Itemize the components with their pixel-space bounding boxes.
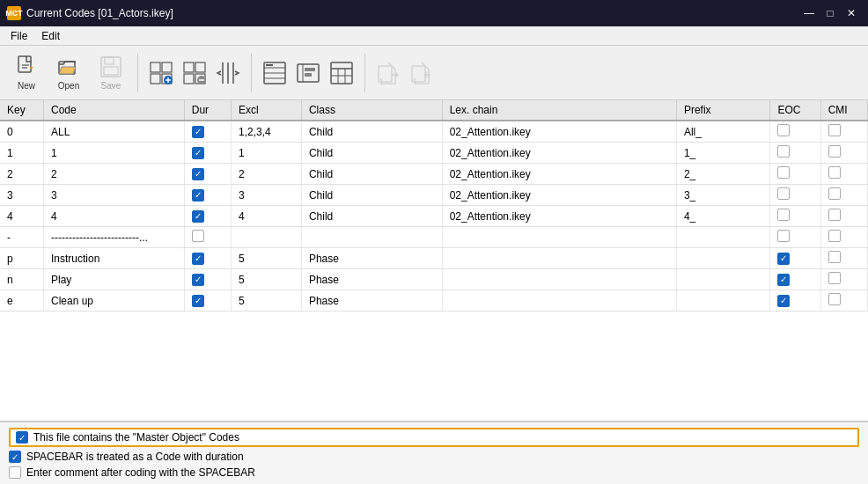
svg-rect-6 [105, 57, 114, 64]
save-button[interactable]: Save [92, 51, 130, 95]
new-label: New [18, 81, 35, 91]
table-button[interactable] [326, 51, 357, 95]
cmi-checkbox[interactable] [828, 187, 841, 200]
table-row: 1 1 ✓ 1 Child 02_Attention.ikey 1_ [0, 143, 868, 164]
grid-add-button[interactable] [145, 51, 177, 95]
cell-lex: 02_Attention.ikey [442, 121, 676, 143]
cell-code: 3 [44, 185, 185, 206]
cmi-checkbox[interactable] [828, 230, 841, 242]
cell-class: Phase [301, 269, 442, 290]
table-row: 2 2 ✓ 2 Child 02_Attention.ikey 2_ [0, 164, 868, 185]
dur-checkbox[interactable]: ✓ [192, 253, 204, 265]
svg-rect-16 [195, 62, 205, 72]
eoc-checkbox[interactable] [777, 187, 790, 200]
menu-edit[interactable]: Edit [34, 28, 67, 44]
master-object-checkbox[interactable]: ✓ [16, 431, 28, 444]
grid-remove-button[interactable] [179, 51, 210, 95]
eoc-checkbox[interactable] [777, 145, 790, 158]
cell-dur: ✓ [184, 164, 231, 185]
col-header-key: Key [0, 100, 44, 121]
cmi-checkbox[interactable] [828, 272, 841, 284]
minimize-button[interactable]: — [799, 4, 819, 23]
cell-prefix: All_ [676, 121, 770, 143]
grid-view-button[interactable] [259, 51, 291, 95]
cmi-checkbox[interactable] [828, 293, 841, 305]
enter-comment-label: Enter comment after coding with the SPAC… [26, 466, 255, 479]
col-header-lex: Lex. chain [442, 100, 676, 121]
export-icon [376, 61, 401, 85]
cell-code: 4 [44, 206, 185, 227]
svg-rect-10 [151, 74, 160, 84]
dur-checkbox[interactable]: ✓ [192, 126, 204, 138]
cell-prefix [676, 227, 770, 248]
menu-file[interactable]: File [4, 28, 34, 44]
maximize-button[interactable]: □ [820, 4, 840, 23]
new-button[interactable]: New [7, 51, 46, 95]
close-button[interactable]: ✕ [842, 4, 861, 23]
cmi-checkbox[interactable] [828, 145, 841, 158]
cell-code: Clean up [44, 290, 185, 312]
cell-eoc: ✓ [770, 269, 820, 290]
save-label: Save [101, 81, 121, 91]
cell-dur: ✓ [184, 248, 231, 269]
separator-3 [364, 54, 365, 92]
cell-eoc: ✓ [770, 290, 820, 312]
cell-class: Phase [301, 248, 442, 269]
cmi-checkbox[interactable] [828, 251, 841, 263]
footer-spacebar-code: ✓ SPACEBAR is treated as a Code with dur… [9, 451, 859, 463]
spacebar-code-checkbox[interactable]: ✓ [9, 451, 21, 463]
cell-lex: 02_Attention.ikey [442, 185, 676, 206]
cmi-checkbox[interactable] [828, 209, 841, 221]
dur-checkbox[interactable] [192, 230, 204, 242]
eoc-checkbox[interactable] [777, 209, 790, 221]
eoc-checkbox[interactable] [777, 124, 790, 136]
open-icon [56, 55, 81, 79]
open-label: Open [58, 81, 79, 91]
timeline-button[interactable] [292, 51, 324, 95]
title-bar: MCT Current Codes [01_Actors.ikey] — □ ✕ [0, 0, 868, 26]
dur-checkbox[interactable]: ✓ [192, 210, 204, 223]
dur-checkbox[interactable]: ✓ [192, 295, 204, 307]
cmi-checkbox[interactable] [828, 166, 841, 179]
import-button[interactable] [406, 51, 438, 95]
dur-checkbox[interactable]: ✓ [192, 168, 204, 180]
cell-cmi [820, 164, 867, 185]
cell-prefix [676, 269, 770, 290]
dur-checkbox[interactable]: ✓ [192, 147, 204, 159]
svg-rect-17 [184, 74, 194, 84]
column-tool-button[interactable] [212, 51, 244, 95]
cell-lex: 02_Attention.ikey [442, 164, 676, 185]
col-header-code: Code [44, 100, 185, 121]
dur-checkbox[interactable]: ✓ [192, 189, 204, 202]
dur-checkbox[interactable]: ✓ [192, 274, 204, 286]
eoc-checkbox[interactable] [777, 230, 790, 242]
cell-lex [442, 269, 676, 290]
cell-dur: ✓ [184, 143, 231, 164]
open-button[interactable]: Open [49, 51, 88, 95]
eoc-checkbox[interactable]: ✓ [777, 253, 790, 265]
cell-excl [232, 227, 302, 248]
eoc-checkbox[interactable]: ✓ [777, 295, 790, 307]
separator-1 [137, 54, 138, 92]
table-container[interactable]: Key Code Dur Excl Class Lex. chain Prefi… [0, 100, 868, 422]
cell-code: ALL [44, 121, 185, 143]
cell-class: Child [301, 185, 442, 206]
col-header-prefix: Prefix [676, 100, 770, 121]
enter-comment-checkbox[interactable] [9, 466, 21, 479]
cell-cmi [820, 269, 867, 290]
eoc-checkbox[interactable] [777, 166, 790, 179]
cell-lex [442, 227, 676, 248]
cell-eoc [770, 206, 820, 227]
eoc-checkbox[interactable]: ✓ [777, 274, 790, 286]
cell-eoc [770, 185, 820, 206]
cell-lex [442, 290, 676, 312]
footer-master-object: ✓ This file contains the "Master Object"… [9, 428, 859, 447]
export-button[interactable] [372, 51, 404, 95]
cmi-checkbox[interactable] [828, 124, 841, 136]
cell-prefix: 4_ [676, 206, 770, 227]
cell-dur: ✓ [184, 185, 231, 206]
cell-key: e [0, 290, 44, 312]
col-header-cmi: CMI [820, 100, 867, 121]
svg-rect-0 [18, 56, 31, 72]
new-icon [14, 55, 39, 79]
